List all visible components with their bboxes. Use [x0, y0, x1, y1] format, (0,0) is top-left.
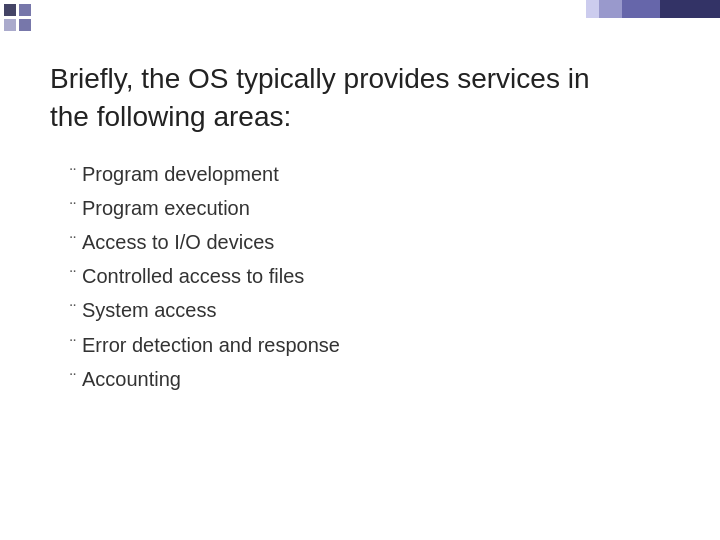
- list-item-label: Error detection and response: [82, 331, 340, 359]
- heading-line2: the following areas:: [50, 101, 291, 132]
- bullet-icon: ¨: [70, 231, 76, 256]
- list-item: ¨ Access to I/O devices: [70, 228, 670, 256]
- slide-heading: Briefly, the OS typically provides servi…: [50, 60, 670, 136]
- heading-line1: Briefly, the OS typically provides servi…: [50, 63, 589, 94]
- bullet-icon: ¨: [70, 197, 76, 222]
- list-item: ¨ Error detection and response: [70, 331, 670, 359]
- list-item: ¨ Accounting: [70, 365, 670, 393]
- list-item: ¨ System access: [70, 296, 670, 324]
- slide-content: Briefly, the OS typically provides servi…: [50, 60, 670, 500]
- list-item-label: Accounting: [82, 365, 181, 393]
- top-right-decoration: [590, 0, 720, 18]
- list-item-label: Program development: [82, 160, 279, 188]
- list-item: ¨ Controlled access to files: [70, 262, 670, 290]
- top-left-decoration: [4, 4, 31, 31]
- list-item-label: Access to I/O devices: [82, 228, 274, 256]
- bullet-icon: ¨: [70, 163, 76, 188]
- list-item-label: Controlled access to files: [82, 262, 304, 290]
- list-item: ¨ Program execution: [70, 194, 670, 222]
- bullet-icon: ¨: [70, 265, 76, 290]
- list-item: ¨ Program development: [70, 160, 670, 188]
- list-item-label: Program execution: [82, 194, 250, 222]
- list-item-label: System access: [82, 296, 216, 324]
- bullet-icon: ¨: [70, 368, 76, 393]
- bullet-list: ¨ Program development ¨ Program executio…: [50, 160, 670, 393]
- bullet-icon: ¨: [70, 334, 76, 359]
- bullet-icon: ¨: [70, 299, 76, 324]
